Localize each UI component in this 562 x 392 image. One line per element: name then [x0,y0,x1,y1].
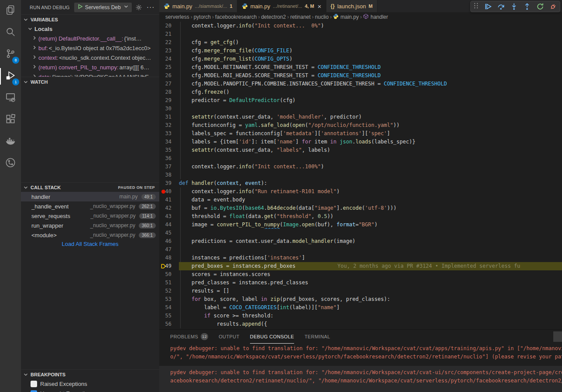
toolbar-drag-handle[interactable] [473,2,479,11]
code-line-44[interactable]: image = convert_PIL_to_numpy(Image.open(… [179,221,562,229]
code-line-50[interactable]: scores = instances.scores [179,270,562,279]
stack-frame-row[interactable]: <module>_nuclio_wrapper.py366:1 [21,230,159,240]
gutter-line-40[interactable]: 40 [159,187,179,196]
code-line-48[interactable]: instances = predictions['instances'] [179,254,562,262]
code-line-23[interactable]: cfg.merge_from_file(CONFIG_FILE) [179,47,562,55]
gutter-line-48[interactable]: 48 [159,254,179,262]
code-line-30[interactable] [179,105,562,113]
close-icon[interactable]: × [318,3,322,10]
breadcrumb-item-pytorch[interactable]: pytorch [194,14,211,20]
gear-icon[interactable] [135,4,142,11]
gutter-line-47[interactable]: 47 [159,245,179,254]
gutter-line-53[interactable]: 53 [159,295,179,303]
code-line-49[interactable]: pred_boxes = instances.pred_boxesYou, 2 … [179,262,562,270]
panel-tab-terminal[interactable]: TERMINAL [305,330,330,344]
code-line-25[interactable]: cfg.MODEL.RETINANET.SCORE_THRESH_TEST = … [179,63,562,72]
gutter-line-34[interactable]: 34 [159,138,179,146]
breadcrumb-item-facebookresearch[interactable]: facebookresearch [215,14,257,20]
activity-item-docker[interactable] [0,131,21,153]
gutter-line-31[interactable]: 31 [159,113,179,121]
breakpoint-checkbox[interactable] [31,381,37,387]
gutter-line-37[interactable]: 37 [159,163,179,171]
breakpoint-row[interactable]: Raised Exceptions [21,379,159,389]
code-line-42[interactable]: buf = io.BytesIO(base64.b64decode(data["… [179,204,562,212]
activity-item-remote-explorer[interactable] [0,87,21,109]
breakpoint-dot[interactable] [161,190,165,194]
activity-item-extensions[interactable] [0,109,21,131]
panel-tab-debug-console[interactable]: DEBUG CONSOLE [250,330,294,344]
gutter-line-54[interactable]: 54 [159,303,179,312]
gutter-line-26[interactable]: 26 [159,72,179,80]
code-line-43[interactable]: threshold = float(data.get("threshold", … [179,212,562,221]
gutter-line-44[interactable]: 44 [159,221,179,229]
breadcrumb-item-retinanet[interactable]: retinanet [290,14,311,20]
code-line-47[interactable] [179,245,562,254]
gutter-line-33[interactable]: 33 [159,130,179,138]
gutter-line-30[interactable]: 30 [159,105,179,113]
activity-item-git-graph[interactable] [0,153,21,174]
code-line-28[interactable]: cfg.freeze() [179,88,562,96]
gutter-line-46[interactable]: 46 [159,237,179,245]
gutter-line-21[interactable]: 21 [159,30,179,38]
stack-frame-row[interactable]: serve_requests_nuclio_wrapper.py114:1 [21,211,159,221]
gutter-line-27[interactable]: 27 [159,80,179,88]
code-line-39[interactable]: def handler(context, event): [179,179,562,187]
breadcrumb-item-serverless[interactable]: serverless [165,14,189,20]
more-actions-icon[interactable]: ··· [147,3,155,11]
code-line-40[interactable]: context.logger.info("Run retinanet-R101 … [179,187,562,196]
variable-row[interactable]: context: <nuclio_sdk.context.Context obj… [21,53,159,62]
code-line-32[interactable]: functionconfig = yaml.safe_load(open("/o… [179,121,562,130]
gutter-line-23[interactable]: 23 [159,47,179,55]
stack-frame-row[interactable]: handlermain.py49:1 [21,192,159,201]
variables-section-header[interactable]: VARIABLES [21,14,159,24]
gutter-line-38[interactable]: 38 [159,171,179,179]
gutter-line-36[interactable]: 36 [159,154,179,163]
gutter-line-28[interactable]: 28 [159,88,179,96]
gutter-line-56[interactable]: 56 [159,320,179,328]
gutter-line-25[interactable]: 25 [159,63,179,72]
code-line-34[interactable]: labels = {item['id']: item['name'] for i… [179,138,562,146]
launch-config-dropdown[interactable]: Serverless Debu [74,3,132,12]
console-filter-box[interactable] [553,331,562,342]
breadcrumb-item-main-py[interactable]: main.py [333,14,359,20]
code-line-26[interactable]: cfg.MODEL.ROI_HEADS.SCORE_THRESH_TEST = … [179,72,562,80]
gutter-line-50[interactable]: 50 [159,270,179,279]
gutter-line-35[interactable]: 35 [159,146,179,154]
code-line-54[interactable]: label = COCO_CATEGORIES[int(label)]["nam… [179,303,562,312]
variable-row[interactable]: (return) convert_PIL_to_numpy: array([[[… [21,62,159,72]
gutter-line-24[interactable]: 24 [159,55,179,63]
code-line-52[interactable]: results = [] [179,287,562,295]
code-line-38[interactable] [179,171,562,179]
panel-tab-output[interactable]: OUTPUT [219,330,240,344]
load-all-stack-frames-link[interactable]: Load All Stack Frames [21,241,159,247]
gutter-line-43[interactable]: 43 [159,212,179,221]
code-line-20[interactable]: context.logger.info("Init context... 0%"… [179,22,562,30]
activity-item-explorer[interactable] [0,0,21,22]
editor-tab-launch-json[interactable]: {}launch.jsonM [326,0,377,12]
step-over-button[interactable] [497,3,505,10]
breadcrumb-item-nuclio[interactable]: nuclio [315,14,329,20]
code-line-33[interactable]: labels_spec = functionconfig['metadata']… [179,130,562,138]
stack-frame-row[interactable]: run_wrapper_nuclio_wrapper.py360:1 [21,221,159,230]
gutter-line-29[interactable]: 29 [159,96,179,105]
variable-row[interactable]: (return) DefaultPredictor.__call__: {'in… [21,34,159,43]
gutter-line-49[interactable]: 49 [159,262,179,270]
code-line-56[interactable]: results.append({ [179,320,562,328]
variable-row[interactable]: data: {'image': 'iVBORw0KGgoAAAANSUhE… [21,72,159,77]
restart-button[interactable] [536,3,544,10]
activity-item-search[interactable] [0,22,21,44]
activity-item-run-and-debug[interactable]: 1 [0,65,21,87]
code-line-29[interactable]: predictor = DefaultPredictor(cfg) [179,96,562,105]
code-line-45[interactable] [179,229,562,237]
code-line-41[interactable]: data = event.body [179,196,562,204]
breadcrumb-item-handler[interactable]: handler [363,14,388,20]
call-stack-section-header[interactable]: CALL STACK PAUSED ON STEP [21,182,159,192]
code-line-31[interactable]: setattr(context.user_data, 'model_handle… [179,113,562,121]
gutter-line-42[interactable]: 42 [159,204,179,212]
code-line-24[interactable]: cfg.merge_from_list(CONFIG_OPTS) [179,55,562,63]
gutter-line-32[interactable]: 32 [159,121,179,130]
code-editor[interactable]: 20 context.logger.info("Init context... … [159,22,562,329]
panel-tab-problems[interactable]: PROBLEMS12 [170,330,208,344]
gutter-line-55[interactable]: 55 [159,312,179,320]
code-line-22[interactable]: cfg = get_cfg() [179,38,562,47]
